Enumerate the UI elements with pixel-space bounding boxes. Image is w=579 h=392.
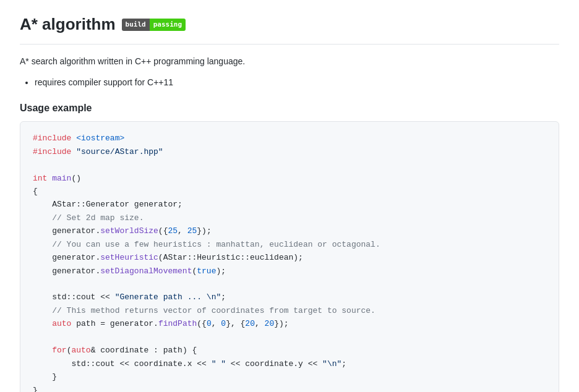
bullet-list: requires compiler support for C++11 — [35, 75, 559, 90]
description-text: A* search algorithm written in C++ progr… — [20, 54, 559, 68]
build-badge: build passing — [122, 19, 186, 31]
page-header: A* algorithm build passing — [20, 15, 559, 45]
code-block: #include <iostream> #include "source/ASt… — [20, 121, 559, 392]
badge-label: build — [122, 19, 150, 31]
usage-section-title: Usage example — [20, 103, 559, 114]
page-title: A* algorithm — [20, 15, 116, 34]
badge-status: passing — [150, 19, 186, 31]
bullet-item: requires compiler support for C++11 — [35, 75, 559, 90]
